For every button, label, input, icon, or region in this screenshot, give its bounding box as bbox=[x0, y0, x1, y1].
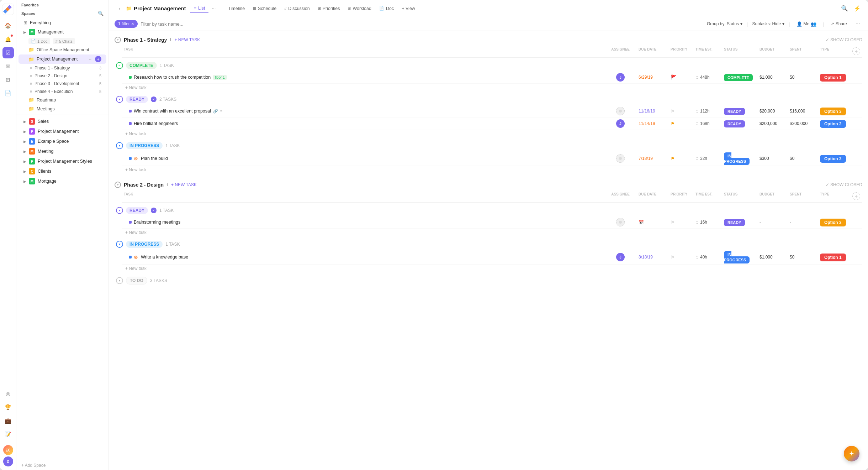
notes-icon-btn[interactable]: 📝 bbox=[2, 429, 14, 440]
status-cell[interactable]: IN PROGRESS bbox=[722, 252, 757, 262]
sidebar-search-icon[interactable]: 🔍 bbox=[98, 11, 104, 16]
type-cell[interactable]: Option 1 bbox=[818, 255, 852, 260]
sidebar-sub-phase3[interactable]: Phase 3 - Development 5 bbox=[18, 80, 106, 87]
status-cell[interactable]: IN PROGRESS bbox=[722, 153, 757, 164]
type-cell[interactable]: Option 3 bbox=[818, 220, 852, 225]
type-cell[interactable]: Option 3 bbox=[818, 109, 852, 114]
task-name[interactable]: Research how to crush the competition bbox=[134, 75, 211, 80]
sidebar-item-meeting[interactable]: ▶ M Meeting bbox=[18, 147, 106, 156]
sidebar-item-management[interactable]: ▶ M Management bbox=[18, 27, 106, 37]
sidebar-item-pm-other[interactable]: ▶ P Project Management bbox=[18, 127, 106, 136]
phase1-new-task-btn[interactable]: + NEW TASK bbox=[174, 37, 200, 42]
sidebar-item-office-space[interactable]: 📁 Office Space Management bbox=[18, 46, 106, 54]
inbox-icon-btn[interactable]: ✉ bbox=[2, 61, 14, 72]
sidebar-item-clients[interactable]: ▶ C Clients bbox=[18, 167, 106, 176]
avatar-ec[interactable]: EC bbox=[3, 445, 13, 455]
ready-group-header[interactable]: ▾ READY ✓ 2 TASKS bbox=[115, 94, 862, 105]
filter-remove-btn[interactable]: × bbox=[131, 21, 134, 27]
status-cell[interactable]: COMPLETE bbox=[722, 75, 757, 80]
sidebar-item-mortgage[interactable]: ▶ M Mortgage bbox=[18, 177, 106, 186]
phase2-new-task-btn[interactable]: + NEW TASK bbox=[171, 182, 197, 187]
phase1-show-closed-btn[interactable]: ✓ SHOW CLOSED bbox=[826, 37, 862, 42]
type-cell[interactable]: Option 1 bbox=[818, 75, 852, 80]
chats-tag[interactable]: # 5 Chats bbox=[53, 38, 75, 44]
notifications-icon-btn[interactable]: 🔔 bbox=[2, 33, 14, 45]
task-name[interactable]: Brainstorming meetings bbox=[134, 220, 180, 225]
ready-p2-group-header[interactable]: ▾ READY ✓ 1 TASK bbox=[115, 205, 862, 216]
status-cell[interactable]: READY bbox=[722, 220, 757, 225]
phase2-show-closed-btn[interactable]: ✓ SHOW CLOSED bbox=[826, 182, 862, 187]
doc-tag[interactable]: 📄 1 Doc bbox=[28, 38, 50, 44]
me-btn[interactable]: 👤 Me 👥 bbox=[794, 21, 819, 27]
tab-workload[interactable]: ⊞ Workload bbox=[344, 4, 375, 13]
assignee-avatar-empty[interactable] bbox=[616, 154, 625, 163]
filter-tag[interactable]: 1 filter × bbox=[115, 20, 138, 28]
avatar-d[interactable]: D bbox=[3, 456, 13, 466]
type-cell[interactable]: Option 2 bbox=[818, 156, 852, 161]
add-view-btn[interactable]: + View bbox=[398, 4, 419, 13]
assignee-avatar-empty2[interactable] bbox=[616, 218, 625, 226]
sidebar-item-meetings[interactable]: 📁 Meetings bbox=[18, 105, 106, 113]
due-date-cell[interactable]: 📅 bbox=[636, 220, 668, 225]
priority-cell[interactable]: ⚑ bbox=[668, 255, 693, 260]
lightning-btn[interactable]: ⚡ bbox=[852, 4, 862, 14]
task-name[interactable]: Hire brilliant engineers bbox=[134, 121, 178, 126]
tab-list[interactable]: ≡ List bbox=[190, 4, 209, 13]
subtasks-btn[interactable]: Subtasks: Hide ▾ bbox=[752, 21, 784, 26]
home-icon-btn[interactable]: 🏠 bbox=[2, 20, 14, 31]
fab-btn[interactable]: + bbox=[844, 446, 859, 461]
logo[interactable] bbox=[2, 4, 14, 15]
more-options-btn[interactable]: ··· bbox=[853, 20, 862, 28]
priority-cell[interactable]: 🚩 bbox=[668, 74, 693, 80]
tab-priorities[interactable]: ⊞ Priorities bbox=[314, 4, 344, 13]
sidebar-sub-phase4[interactable]: Phase 4 - Execution 5 bbox=[18, 88, 106, 95]
dashboard-icon-btn[interactable]: ⊞ bbox=[2, 74, 14, 85]
search-btn[interactable]: 🔍 bbox=[840, 4, 850, 14]
tab-more-dots[interactable]: ··· bbox=[209, 4, 218, 13]
sidebar-item-example[interactable]: ▶ E Example Space bbox=[18, 137, 106, 146]
priority-cell[interactable]: ⚑ bbox=[668, 220, 693, 225]
inprogress-p2-group-header[interactable]: ▾ IN PROGRESS 1 TASK bbox=[115, 239, 862, 250]
status-cell[interactable]: READY bbox=[722, 109, 757, 114]
sidebar-sub-phase1[interactable]: Phase 1 - Strategy 3 bbox=[18, 64, 106, 72]
share-btn[interactable]: ↗ Share bbox=[829, 21, 849, 27]
phase1-toggle[interactable]: ▾ bbox=[115, 37, 121, 43]
link-icon[interactable]: 🔗 bbox=[213, 109, 218, 114]
phase1-info-icon[interactable]: ℹ bbox=[170, 37, 171, 42]
due-date-cell[interactable]: 11/14/19 bbox=[636, 121, 668, 126]
task-name[interactable]: Plan the build bbox=[141, 156, 168, 161]
sidebar-item-sales[interactable]: ▶ S Sales bbox=[18, 117, 106, 126]
sidebar-item-everything[interactable]: ⊞ Everything bbox=[18, 19, 106, 27]
tab-doc[interactable]: 📄 Doc bbox=[376, 4, 397, 13]
new-task-btn-inprogress-p2[interactable]: + New task bbox=[115, 265, 862, 272]
docs-icon-btn[interactable]: 📄 bbox=[2, 88, 14, 99]
collapse-sidebar-btn[interactable]: ‹ bbox=[115, 4, 125, 14]
tab-timeline[interactable]: — Timeline bbox=[219, 4, 248, 13]
inprogress-group-header[interactable]: ▾ IN PROGRESS 1 TASK bbox=[115, 140, 862, 151]
sidebar-item-pm-styles[interactable]: ▶ P Project Management Styles bbox=[18, 157, 106, 166]
priority-cell[interactable]: ⚑ bbox=[668, 109, 693, 114]
complete-group-header[interactable]: ✓ COMPLETE 1 TASK bbox=[115, 60, 862, 71]
sidebar-sub-phase2[interactable]: Phase 2 - Design 5 bbox=[18, 72, 106, 79]
new-task-btn-ready-p2[interactable]: + New task bbox=[115, 229, 862, 236]
priority-cell[interactable]: ⚑ bbox=[668, 156, 693, 161]
status-cell[interactable]: READY bbox=[722, 121, 757, 126]
phase2-info-icon[interactable]: ℹ bbox=[166, 182, 168, 187]
assignee-avatar[interactable]: J bbox=[616, 119, 625, 128]
type-cell[interactable]: Option 2 bbox=[818, 121, 852, 126]
due-date-cell[interactable]: 7/18/19 bbox=[636, 156, 668, 161]
filter-input[interactable] bbox=[141, 21, 704, 27]
add-column-btn-p2[interactable]: + bbox=[852, 192, 860, 200]
trophy-icon-btn[interactable]: 🏆 bbox=[2, 402, 14, 413]
briefcase-icon-btn[interactable]: 💼 bbox=[2, 415, 14, 427]
task-name[interactable]: Write a knowledge base bbox=[141, 255, 188, 260]
tab-schedule[interactable]: ▦ Schedule bbox=[249, 4, 280, 13]
task-name[interactable]: Win contract with an excellent proposal bbox=[134, 109, 211, 114]
add-space-btn[interactable]: + Add Space bbox=[16, 461, 108, 470]
due-date-cell[interactable]: 8/18/19 bbox=[636, 255, 668, 260]
todo-p2-group-header[interactable]: ▾ TO DO 3 TASKS bbox=[115, 275, 862, 287]
sidebar-item-roadmap[interactable]: 📁 Roadmap bbox=[18, 96, 106, 104]
goals-icon-btn[interactable]: ◎ bbox=[2, 388, 14, 400]
tab-discussion[interactable]: # Discussion bbox=[281, 4, 313, 13]
new-task-btn-complete[interactable]: + New task bbox=[115, 84, 862, 92]
